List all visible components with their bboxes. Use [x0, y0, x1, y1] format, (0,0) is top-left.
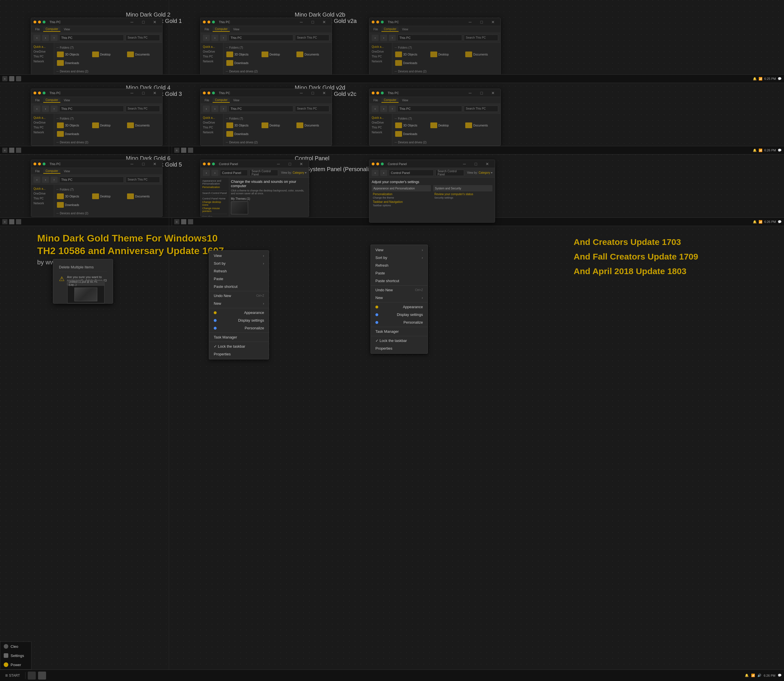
explorer-window-2[interactable]: This PC ─ □ ✕ File Computer View ‹ › ↑ T…	[200, 18, 332, 75]
rcm-refresh[interactable]: Refresh	[371, 261, 428, 269]
r2-max[interactable]: □	[477, 89, 487, 97]
file-documents-1[interactable]: Documents	[127, 51, 160, 58]
cp-min[interactable]: ─	[273, 160, 284, 168]
up-btn-1[interactable]: ↑	[51, 35, 57, 41]
start-menu[interactable]: Cleo Settings Power	[0, 641, 32, 670]
tbr2-net[interactable]: 📶	[759, 149, 763, 152]
tbr2-bell[interactable]: 🔔	[753, 149, 757, 152]
ctx-undo-new[interactable]: Undo New Ctrl+Z	[209, 291, 269, 299]
tb3-icon2[interactable]	[16, 219, 21, 224]
explorer-window-r2[interactable]: This PC ─ □ ✕ File Computer View ‹ › ↑ T…	[369, 89, 501, 146]
nav-search-1[interactable]: Search This PC	[126, 35, 160, 41]
taskbar-r2[interactable]: ≡ 🔔 📶 6:26 PM 💬	[172, 146, 784, 155]
cpl-taskbar-link[interactable]: Taskbar and Navigation	[372, 200, 431, 203]
rcm-undo[interactable]: Undo New Ctrl+Z	[371, 285, 428, 294]
maximize-btn-2[interactable]: □	[307, 18, 318, 26]
rcm-personalize[interactable]: Personalize	[371, 318, 428, 326]
start-item-cleo[interactable]: Cleo	[0, 642, 31, 651]
cpl-system-link[interactable]: Review your computer's status	[433, 193, 493, 196]
minimize-btn-1[interactable]: ─	[127, 18, 137, 26]
sidebar-onedrive-2[interactable]: OneDrive	[201, 49, 223, 54]
file-desktop-1[interactable]: Desktop	[92, 51, 125, 58]
cpl-personalization-link[interactable]: Personalization	[372, 193, 431, 196]
file-3d-objects-1[interactable]: 3D Objects	[56, 51, 90, 58]
sidebar-quick-2[interactable]: Quick a...	[201, 44, 223, 49]
nav-search-2[interactable]: Search This PC	[295, 35, 329, 41]
back-btn-1[interactable]: ‹	[33, 35, 40, 41]
chat-icon[interactable]: 💬	[778, 673, 782, 677]
volume-icon[interactable]: 🔊	[757, 673, 762, 677]
sidebar-thispc-2[interactable]: This PC	[201, 54, 223, 59]
rcm-task-mgr[interactable]: Task Manager	[371, 328, 428, 335]
cpl-min[interactable]: ─	[459, 160, 470, 168]
file-downloads-2[interactable]: Downloads	[226, 60, 259, 67]
fwd-btn-1[interactable]: ›	[42, 35, 49, 41]
ctx-properties[interactable]: Properties	[209, 350, 269, 358]
file-3d-2[interactable]: 3D Objects	[226, 51, 259, 58]
fwd-btn-2[interactable]: ›	[211, 35, 218, 41]
r1-max[interactable]: □	[477, 18, 487, 26]
rcm-new[interactable]: New ›	[371, 294, 428, 302]
rcm-sort[interactable]: Sort by ›	[371, 254, 428, 261]
cp-desktop-icons[interactable]: Change desktop icons	[202, 201, 227, 206]
chat-4[interactable]: 💬	[778, 220, 782, 224]
ctx-refresh[interactable]: Refresh	[209, 267, 269, 275]
tray-icon-1[interactable]: 🔔	[753, 77, 757, 81]
ctx-display-settings[interactable]: Display settings	[209, 317, 269, 324]
sidebar-thispc-1[interactable]: This PC	[31, 54, 54, 59]
control-panel-window-large[interactable]: Control Panel ─ □ ✕ ‹ › Control Panel Se…	[369, 160, 495, 223]
tb4-icon2[interactable]	[188, 219, 193, 224]
min-btn-2[interactable]	[203, 21, 206, 24]
ctx-appearance[interactable]: Appearance	[209, 309, 269, 317]
ctx-lock-taskbar[interactable]: ✓ Lock the taskbar	[209, 342, 269, 350]
tab-computer-1[interactable]: Computer	[43, 27, 60, 32]
r2-min[interactable]: ─	[465, 89, 475, 97]
tb3-icon[interactable]	[9, 219, 14, 224]
minimize-3[interactable]: ─	[127, 89, 137, 97]
cp-close[interactable]: ✕	[296, 160, 306, 168]
tbr2-icon[interactable]	[181, 148, 186, 153]
tray-4b[interactable]: 📶	[759, 220, 763, 224]
start-item-settings[interactable]: Settings	[0, 651, 31, 660]
file-desktop-2[interactable]: Desktop	[261, 51, 295, 58]
start-item-power[interactable]: Power	[0, 660, 31, 669]
ctx-new[interactable]: New ›	[209, 299, 269, 307]
close-btn-2[interactable]: ✕	[319, 18, 329, 26]
rcm-view[interactable]: View ›	[371, 246, 428, 254]
notification-icon[interactable]: 🔔	[745, 673, 749, 677]
sidebar-network-1[interactable]: Network	[31, 59, 54, 64]
explorer-window-5[interactable]: This PC ─ □ ✕ File Computer View ‹ › ↑ T…	[31, 160, 163, 217]
cp-max[interactable]: □	[285, 160, 295, 168]
tb-icon-2[interactable]	[9, 76, 14, 81]
start-icon-1[interactable]: ≡	[2, 76, 8, 81]
tbr2-chat[interactable]: 💬	[778, 149, 782, 152]
start-icon-4[interactable]: ≡	[174, 219, 179, 224]
close-3[interactable]: ✕	[150, 89, 160, 97]
r1-min[interactable]: ─	[465, 18, 475, 26]
start-icon-3[interactable]: ≡	[2, 219, 8, 224]
min-btn-1[interactable]	[33, 21, 36, 24]
tb2-icon2[interactable]	[16, 148, 21, 153]
explorer-window-4[interactable]: This PC ─ □ ✕ File Computer View ‹ › ↑ T…	[200, 89, 332, 146]
control-panel-window[interactable]: Control Panel ─ □ ✕ ‹ › Control Panel Se…	[200, 160, 309, 217]
tb-icon-3[interactable]	[16, 76, 21, 81]
sidebar-onedrive-1[interactable]: OneDrive	[31, 49, 54, 54]
tab-view-2[interactable]: View	[231, 27, 242, 32]
context-menu-right[interactable]: View › Sort by › Refresh Paste Paste sho…	[371, 245, 428, 354]
nav-path-1[interactable]: This PC	[59, 35, 124, 41]
close-btn-1[interactable]: ✕	[150, 18, 160, 26]
close-5[interactable]: ✕	[150, 160, 160, 168]
nav-path-2[interactable]: This PC	[229, 35, 293, 41]
back-btn-2[interactable]: ‹	[203, 35, 210, 41]
tab-computer-2[interactable]: Computer	[212, 27, 230, 32]
tray-4a[interactable]: 🔔	[753, 220, 757, 224]
cp-mouse-pointers[interactable]: Change mouse pointers	[202, 207, 227, 212]
photoshop-thumbnail[interactable]: Untitled-11.psd @ 66.7% (Lay...)	[67, 280, 105, 303]
explorer-window-r1[interactable]: This PC ─ □ ✕ File Computer View ‹ › ↑ T…	[369, 18, 501, 75]
max-btn-2[interactable]	[212, 21, 215, 24]
tab-file-2[interactable]: File	[202, 27, 211, 32]
context-menu[interactable]: View › Sort by › Refresh Paste Paste sho…	[209, 250, 269, 360]
tb2-icon[interactable]	[9, 148, 14, 153]
maximize-5[interactable]: □	[138, 160, 149, 168]
up-btn-2[interactable]: ↑	[220, 35, 227, 41]
